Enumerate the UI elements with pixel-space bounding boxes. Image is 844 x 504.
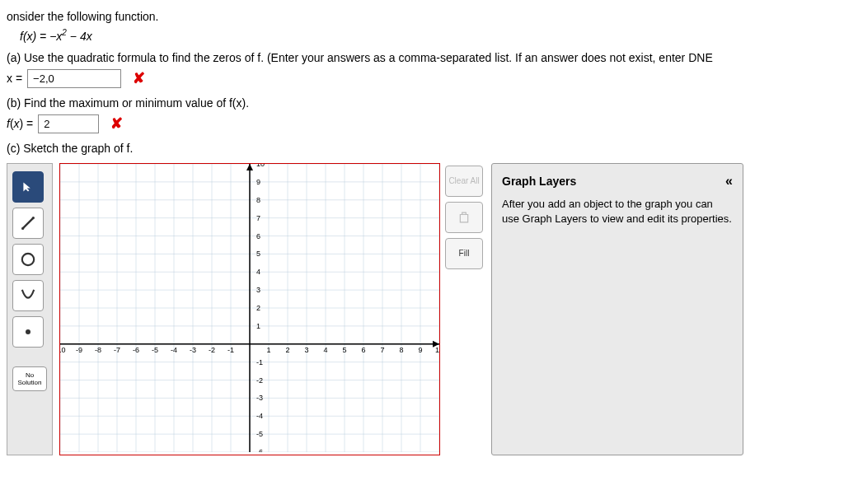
svg-text:-2: -2 (256, 376, 263, 384)
incorrect-icon: ✘ (133, 69, 145, 87)
delete-button[interactable] (445, 202, 483, 233)
svg-text:-5: -5 (256, 430, 263, 438)
clear-all-button[interactable]: Clear All (445, 166, 483, 197)
svg-text:-1: -1 (227, 345, 234, 353)
svg-text:-8: -8 (95, 345, 101, 353)
svg-text:2: 2 (256, 304, 260, 312)
svg-text:9: 9 (418, 345, 422, 353)
part-b-prompt: (b) Find the maximum or minimum value of… (7, 96, 837, 110)
svg-text:1: 1 (256, 322, 260, 330)
layers-body: After you add an object to the graph you… (502, 197, 733, 226)
part-a-prompt: (a) Use the quadratic formula to find th… (7, 51, 837, 64)
svg-text:6: 6 (256, 231, 260, 240)
graph-area: No Solution -10-9-8-7-6-5-4-3-2-11234567… (7, 163, 837, 455)
svg-point-1 (21, 226, 24, 229)
line-tool[interactable] (12, 208, 44, 239)
svg-text:-9: -9 (76, 345, 82, 353)
svg-text:-10: -10 (60, 345, 66, 353)
svg-text:-6: -6 (133, 345, 139, 353)
svg-text:2: 2 (285, 345, 289, 353)
svg-text:-4: -4 (256, 412, 263, 420)
part-b: (b) Find the maximum or minimum value of… (7, 96, 837, 133)
svg-text:-3: -3 (256, 394, 263, 402)
part-c-prompt: (c) Sketch the graph of f. (7, 142, 837, 155)
svg-text:-4: -4 (171, 345, 177, 353)
circle-tool[interactable] (12, 244, 44, 275)
part-c: (c) Sketch the graph of f. (7, 142, 837, 155)
svg-text:7: 7 (256, 213, 260, 222)
collapse-icon[interactable]: « (725, 174, 733, 189)
intro-text: onsider the following function. (7, 10, 837, 23)
svg-text:3: 3 (256, 286, 260, 294)
svg-text:3: 3 (304, 345, 308, 353)
svg-text:-2: -2 (209, 345, 215, 353)
graph-toolbar: No Solution (7, 163, 53, 455)
svg-point-4 (26, 329, 30, 334)
no-solution-line2: Solution (13, 379, 46, 386)
svg-text:4: 4 (256, 268, 260, 276)
svg-text:10: 10 (256, 164, 265, 168)
graph-controls: Clear All Fill (445, 163, 483, 455)
svg-text:5: 5 (256, 250, 260, 258)
no-solution-line1: No (13, 371, 46, 379)
svg-text:4: 4 (323, 345, 327, 353)
svg-text:-1: -1 (256, 357, 263, 366)
svg-text:-5: -5 (152, 345, 158, 353)
incorrect-icon: ✘ (110, 114, 123, 133)
graph-layers-panel: Graph Layers « After you add an object t… (491, 163, 743, 455)
svg-text:-6: -6 (256, 448, 263, 452)
svg-text:8: 8 (256, 195, 260, 203)
svg-text:1: 1 (266, 345, 270, 353)
no-solution-button[interactable]: No Solution (12, 366, 47, 391)
graph-canvas[interactable]: -10-9-8-7-6-5-4-3-2-112345678910-6-5-4-3… (59, 163, 440, 455)
part-a-input[interactable] (27, 69, 121, 88)
function-text: f(x) = −x2 − 4x (20, 28, 837, 43)
part-b-input[interactable] (38, 114, 99, 133)
svg-text:8: 8 (399, 345, 403, 353)
parabola-tool[interactable] (12, 280, 44, 311)
svg-text:10: 10 (435, 345, 439, 353)
part-b-label: f(x) = (7, 117, 33, 130)
pointer-tool[interactable] (12, 171, 44, 203)
part-a: (a) Use the quadratic formula to find th… (7, 51, 837, 88)
svg-text:-7: -7 (114, 345, 120, 353)
svg-text:9: 9 (256, 178, 260, 186)
svg-point-3 (22, 253, 34, 264)
svg-text:7: 7 (380, 345, 384, 353)
svg-line-0 (23, 217, 34, 228)
fill-button[interactable]: Fill (445, 238, 483, 269)
svg-text:-3: -3 (190, 345, 196, 353)
svg-text:5: 5 (342, 345, 346, 353)
part-a-label: x = (7, 72, 22, 85)
point-tool[interactable] (12, 316, 44, 348)
svg-point-2 (32, 217, 35, 219)
layers-title: Graph Layers (502, 175, 576, 188)
svg-text:6: 6 (361, 345, 365, 353)
